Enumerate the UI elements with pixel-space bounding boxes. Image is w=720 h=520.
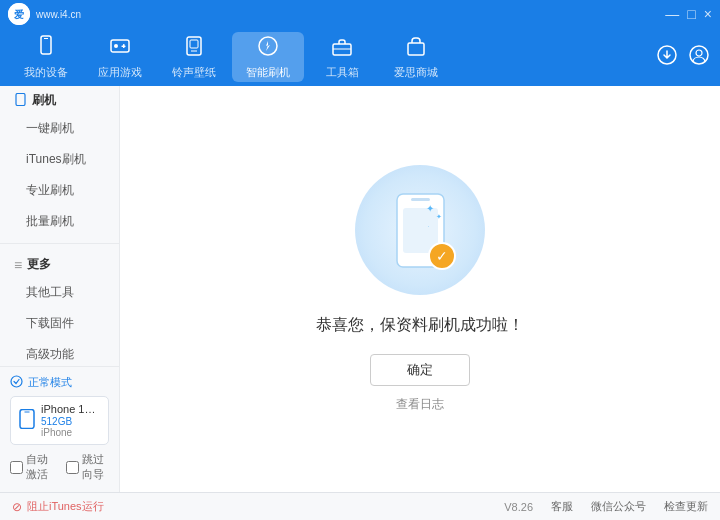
app-version: V8.26 <box>504 501 533 513</box>
svg-point-17 <box>696 50 702 56</box>
wechat-link[interactable]: 微信公众号 <box>591 499 646 514</box>
log-link[interactable]: 查看日志 <box>396 396 444 413</box>
app-logo: 爱 <box>8 3 30 25</box>
nav-item-app-games[interactable]: 应用游戏 <box>84 32 156 82</box>
sidebar-section-flash: 刷机 <box>0 86 119 113</box>
nav-item-ringtones-label: 铃声壁纸 <box>172 65 216 80</box>
confirm-button[interactable]: 确定 <box>370 354 470 386</box>
auto-activate-checkbox[interactable]: 自动激活 <box>10 452 54 482</box>
nav-item-store[interactable]: 爱思商城 <box>380 32 452 82</box>
sidebar-item-advanced[interactable]: 高级功能 <box>0 339 119 366</box>
device-mode-icon <box>10 375 23 390</box>
device-card-info: iPhone 15 Pro... 512GB iPhone <box>41 403 100 438</box>
sidebar-item-one-click-flash[interactable]: 一键刷机 <box>0 113 119 144</box>
sparkle-2: ✦ <box>436 213 442 221</box>
device-checkboxes: 自动激活 跳过向导 <box>10 452 109 482</box>
success-illustration: ✓ ✦ ✦ · <box>355 165 485 295</box>
sidebar-menu: 刷机 一键刷机 iTunes刷机 专业刷机 批量刷机 ≡ 更多 其他工具 <box>0 86 119 366</box>
footer: ⊘ 阻止iTunes运行 V8.26 客服 微信公众号 检查更新 <box>0 492 720 520</box>
store-icon <box>405 35 427 62</box>
device-card-phone-icon <box>19 409 35 433</box>
smart-flash-icon <box>257 35 279 62</box>
window-controls[interactable]: — □ × <box>665 6 712 22</box>
user-btn[interactable] <box>688 44 710 71</box>
svg-rect-14 <box>408 43 424 55</box>
check-badge: ✓ <box>428 242 456 270</box>
restore-btn[interactable]: □ <box>687 6 695 22</box>
title-bar: 爱 www.i4.cn — □ × <box>0 0 720 28</box>
title-bar-left: 爱 www.i4.cn <box>8 3 81 25</box>
nav-item-ringtones[interactable]: 铃声壁纸 <box>158 32 230 82</box>
success-text: 恭喜您，保资料刷机成功啦！ <box>316 315 524 336</box>
skip-wizard-label: 跳过向导 <box>82 452 110 482</box>
skip-wizard-input[interactable] <box>66 461 79 474</box>
sidebar-section-flash-label: 刷机 <box>32 92 56 109</box>
close-btn[interactable]: × <box>704 6 712 22</box>
nav-item-toolbox-label: 工具箱 <box>326 65 359 80</box>
svg-rect-4 <box>111 40 129 52</box>
footer-right: V8.26 客服 微信公众号 检查更新 <box>504 499 708 514</box>
device-storage: 512GB <box>41 416 100 427</box>
skip-wizard-checkbox[interactable]: 跳过向导 <box>66 452 110 482</box>
nav-item-smart-flash[interactable]: 智能刷机 <box>232 32 304 82</box>
sidebar-item-download-firmware[interactable]: 下载固件 <box>0 308 119 339</box>
success-bg: ✓ ✦ ✦ · <box>355 165 485 295</box>
sidebar-divider <box>0 243 119 244</box>
device-card[interactable]: iPhone 15 Pro... 512GB iPhone <box>10 396 109 445</box>
toolbox-icon <box>331 35 353 62</box>
sidebar-item-other-tools[interactable]: 其他工具 <box>0 277 119 308</box>
sparkle-1: ✦ <box>426 203 434 214</box>
nav-item-my-device[interactable]: 我的设备 <box>10 32 82 82</box>
auto-activate-input[interactable] <box>10 461 23 474</box>
ringtones-icon <box>183 35 205 62</box>
device-name: iPhone 15 Pro... <box>41 403 100 415</box>
svg-rect-18 <box>16 93 25 105</box>
sidebar: 刷机 一键刷机 iTunes刷机 专业刷机 批量刷机 ≡ 更多 其他工具 <box>0 86 120 492</box>
nav-item-app-games-label: 应用游戏 <box>98 65 142 80</box>
more-section-icon: ≡ <box>14 257 22 273</box>
flash-section-icon <box>14 93 27 109</box>
svg-rect-9 <box>190 40 198 48</box>
stop-itunes[interactable]: ⊘ 阻止iTunes运行 <box>12 499 104 514</box>
app-games-icon <box>109 35 131 62</box>
my-device-icon <box>35 35 57 62</box>
nav-item-store-label: 爱思商城 <box>394 65 438 80</box>
main-layout: 刷机 一键刷机 iTunes刷机 专业刷机 批量刷机 ≡ 更多 其他工具 <box>0 86 720 492</box>
svg-point-5 <box>114 44 118 48</box>
nav-bar: 我的设备 应用游戏 铃声壁纸 智能 <box>0 28 720 86</box>
device-type: iPhone <box>41 427 100 438</box>
svg-rect-23 <box>411 198 430 201</box>
device-mode: 正常模式 <box>10 375 109 390</box>
svg-point-19 <box>11 376 22 387</box>
app-site: www.i4.cn <box>36 9 81 20</box>
svg-text:爱: 爱 <box>14 9 24 20</box>
stop-label[interactable]: 阻止iTunes运行 <box>27 499 104 514</box>
nav-right-controls <box>656 44 710 71</box>
svg-rect-7 <box>122 45 126 47</box>
content-area: ✓ ✦ ✦ · 恭喜您，保资料刷机成功啦！ 确定 查看日志 <box>120 86 720 492</box>
sidebar-section-more: ≡ 更多 <box>0 250 119 277</box>
device-area: 正常模式 iPhone 15 Pro... 512GB iPhone <box>0 366 119 492</box>
auto-activate-label: 自动激活 <box>26 452 54 482</box>
sidebar-item-pro-flash[interactable]: 专业刷机 <box>0 175 119 206</box>
sparkle-3: · <box>428 223 430 229</box>
nav-item-toolbox[interactable]: 工具箱 <box>306 32 378 82</box>
nav-item-my-device-label: 我的设备 <box>24 65 68 80</box>
download-btn[interactable] <box>656 44 678 71</box>
phone-success-wrap: ✓ ✦ ✦ · <box>393 193 448 268</box>
check-update-link[interactable]: 检查更新 <box>664 499 708 514</box>
minimize-btn[interactable]: — <box>665 6 679 22</box>
sidebar-item-itunes-flash[interactable]: iTunes刷机 <box>0 144 119 175</box>
stop-icon: ⊘ <box>12 500 22 514</box>
device-mode-label: 正常模式 <box>28 375 72 390</box>
nav-item-smart-flash-label: 智能刷机 <box>246 65 290 80</box>
sidebar-item-batch-flash[interactable]: 批量刷机 <box>0 206 119 237</box>
support-link[interactable]: 客服 <box>551 499 573 514</box>
